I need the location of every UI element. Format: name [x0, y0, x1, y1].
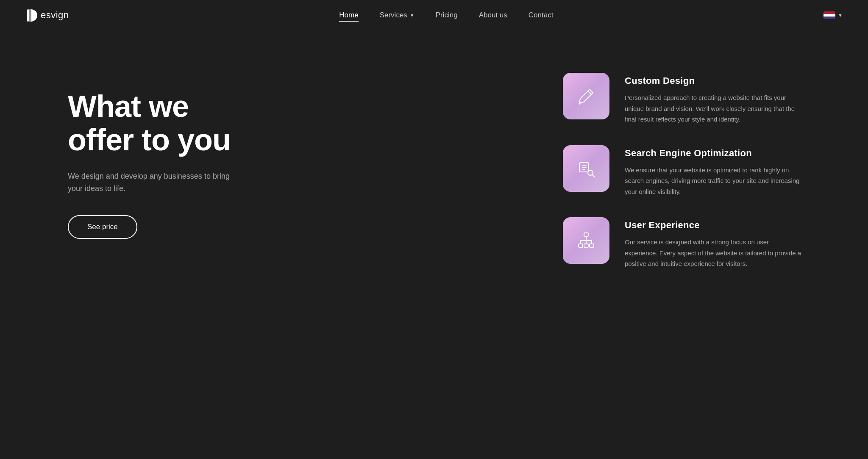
ux-desc: Our service is designed with a strong fo…	[625, 237, 803, 269]
svg-rect-6	[590, 244, 594, 247]
custom-design-text: Custom Design Personalized approach to c…	[625, 73, 826, 125]
ux-text: User Experience Our service is designed …	[625, 217, 826, 269]
services-link[interactable]: Services ▼	[380, 11, 415, 19]
nav-home[interactable]: Home	[339, 11, 358, 19]
nav-contact[interactable]: Contact	[529, 11, 554, 19]
seo-desc: We ensure that your website is optimized…	[625, 165, 803, 197]
ux-icon-box	[563, 217, 609, 264]
nav-services[interactable]: Services ▼	[380, 11, 415, 19]
hero-title: What we offer to you	[68, 90, 280, 157]
see-price-button[interactable]: See price	[68, 215, 137, 239]
logo-text: esvign	[41, 10, 69, 21]
seo-title: Search Engine Optimization	[625, 148, 826, 159]
svg-rect-3	[584, 233, 588, 236]
services-list: Custom Design Personalized approach to c…	[563, 64, 826, 269]
custom-design-desc: Personalized approach to creating a webs…	[625, 92, 803, 125]
navbar: esvign Home Services ▼ Pricing About us …	[0, 0, 868, 30]
hero-section: What we offer to you We design and devel…	[0, 30, 868, 456]
nav-about[interactable]: About us	[479, 11, 507, 19]
lang-chevron-icon: ▼	[838, 13, 843, 18]
custom-design-title: Custom Design	[625, 75, 826, 86]
nav-links: Home Services ▼ Pricing About us Contact	[339, 11, 553, 19]
ux-title: User Experience	[625, 220, 826, 231]
contact-link[interactable]: Contact	[529, 11, 554, 19]
logo-icon	[25, 8, 39, 23]
seo-icon	[576, 158, 596, 179]
svg-rect-0	[27, 9, 29, 22]
seo-icon-box	[563, 145, 609, 192]
svg-rect-4	[579, 244, 583, 247]
service-item: Search Engine Optimization We ensure tha…	[563, 145, 826, 197]
pricing-link[interactable]: Pricing	[436, 11, 458, 19]
flag-icon	[823, 11, 835, 19]
service-item: Custom Design Personalized approach to c…	[563, 73, 826, 125]
nav-pricing[interactable]: Pricing	[436, 11, 458, 19]
logo[interactable]: esvign	[25, 8, 69, 23]
svg-rect-5	[584, 244, 588, 247]
service-item: User Experience Our service is designed …	[563, 217, 826, 269]
seo-text: Search Engine Optimization We ensure tha…	[625, 145, 826, 197]
ux-icon	[576, 230, 596, 251]
home-link[interactable]: Home	[339, 11, 358, 22]
custom-design-icon-box	[563, 73, 609, 119]
brush-icon	[576, 86, 596, 106]
hero-subtitle: We design and develop any businesses to …	[68, 170, 237, 195]
chevron-down-icon: ▼	[410, 13, 415, 18]
svg-point-2	[588, 170, 593, 175]
hero-left: What we offer to you We design and devel…	[68, 64, 280, 239]
about-link[interactable]: About us	[479, 11, 507, 19]
language-selector[interactable]: ▼	[823, 11, 843, 19]
